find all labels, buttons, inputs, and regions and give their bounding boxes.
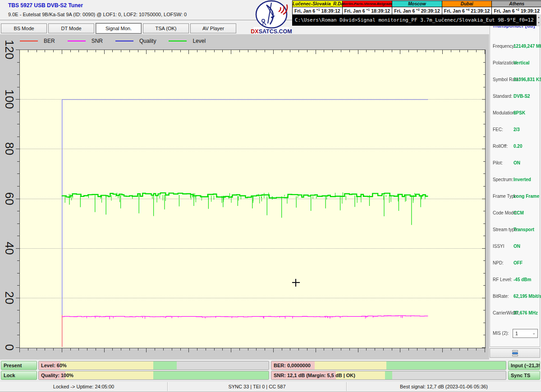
x-tick [265,50,265,52]
x-tick [434,50,434,52]
clock-city-1: Berlin-Paris-Vienna-Belgrade [343,1,392,7]
legend-swatch-level [169,41,187,41]
clock-date: Fri, Jan 6 [394,8,415,14]
clock-utc-offset: +2 [516,8,519,11]
x-tick [112,348,113,351]
status-best-signal: Best signal: 12,7 dB (2023-01-06 05:36) [347,381,541,392]
mis-row: MIS (2): 1 ⌄ [490,329,540,338]
x-tick [426,50,426,52]
transponder-row-label: Modulation: [493,110,516,115]
y-axis-label-60: 60 [2,192,16,205]
clock-time-value: 21:39:12 [471,8,490,14]
clock-date: Fri, Jan 6 [294,8,315,14]
x-tick [256,348,257,351]
legend-item-level: Level [169,38,206,44]
x-tick [180,50,181,52]
x-tick [87,348,87,351]
command-prompt[interactable]: C:\Users\Roman Dávid>Signal monitoring_P… [292,14,536,26]
y-tick [17,236,19,236]
x-tick [468,50,468,52]
x-tick [163,348,164,351]
x-tick [392,348,392,351]
x-tick [459,50,460,52]
status-uptime: Locked -> Uptime: 24:05:00 [0,381,167,392]
console-scrollbar[interactable]: ▲ ▼ [536,14,541,26]
y-tick [483,236,486,236]
y-tick [483,62,486,63]
x-tick [400,348,400,352]
x-tick [316,50,316,54]
y-tick [17,323,19,323]
stream-list-button[interactable] [490,348,540,358]
y-tick [17,124,19,124]
x-tick [180,348,181,351]
clock-date: Fri, Jan 6 [444,8,465,14]
x-tick [155,50,155,52]
gridline-40 [20,248,485,249]
x-tick [206,50,206,52]
tab-signal-mon-[interactable]: Signal Mon. [96,23,142,34]
gridline-60 [20,199,485,199]
transponder-row-value: Transport [513,227,534,232]
transponder-row-value: 0.20 [513,144,522,149]
clock-time-1: Fri, Jan 6+118:39:12 [343,7,392,14]
y-tick [483,173,486,174]
tab-dt-mode[interactable]: DT Mode [48,23,94,33]
tab-tsa-ok-[interactable]: TSA (OK) [143,23,189,33]
y-tick [16,99,19,100]
list-icon [512,350,518,356]
x-tick [375,50,375,52]
x-tick [349,50,350,52]
legend-label: BER [44,38,55,44]
x-tick [138,50,138,52]
chart-legend: BERSNRQualityLevel [20,37,218,45]
x-tick [62,348,62,352]
mode-tab-bar: BS ModeDT ModeSignal Mon.TSA (OK)AV Play… [1,23,236,34]
x-tick [78,50,79,52]
mis-dropdown[interactable]: 1 ⌄ [513,329,538,338]
bar-label: BER: 0,0000000 [274,363,311,368]
clock-time-value: 19:39:12 [521,8,540,14]
y-tick [16,199,19,199]
legend-swatch-ber [20,41,38,41]
x-tick [214,348,215,351]
window-title: TBS 5927 USB DVB-S2 Tuner [8,2,83,9]
y-axis-label-100: 100 [2,89,16,109]
y-tick [17,211,19,211]
y-tick [17,112,19,112]
legend-item-snr: SNR [68,38,103,44]
y-tick [483,112,486,112]
legend-label: SNR [92,38,103,44]
transponder-row-label: ISSYI [493,244,504,249]
y-tick [17,335,19,335]
x-tick [434,348,434,351]
bar-zone [153,371,269,379]
y-tick [17,273,19,273]
x-tick [282,348,282,351]
scroll-up-icon[interactable]: ▲ [538,16,540,18]
legend-label: Level [193,38,206,44]
bar-zone [153,361,177,369]
transponder-row-label: Frequency: [493,44,515,49]
clock-date: Fri, Jan 6 [344,8,365,14]
transponder-row-spectrum-: Spectrum:Inverted [490,177,540,183]
clock-time-3: Fri, Jan 6+421:39:12 [442,7,492,14]
y-tick [16,298,19,298]
scroll-down-icon[interactable]: ▼ [538,22,540,24]
transponder-row-rolloff-: RollOff:0.20 [490,144,540,150]
transponder-row-value: OFF [513,260,523,265]
y-tick [16,149,19,149]
y-tick [483,87,486,87]
y-tick [483,285,486,286]
x-tick [307,50,307,52]
tab-av-player[interactable]: AV Player [190,23,236,33]
x-tick [392,50,392,52]
x-tick [324,50,324,52]
x-tick [197,50,197,52]
transponder-row-value: 31396,831 KS/s [513,77,541,82]
clock-utc-offset: +1 [366,8,370,11]
x-tick [273,50,274,54]
tab-bs-mode[interactable]: BS Mode [1,23,47,33]
transponder-row-pilot-: Pilot:ON [490,160,540,167]
x-tick [222,348,223,351]
